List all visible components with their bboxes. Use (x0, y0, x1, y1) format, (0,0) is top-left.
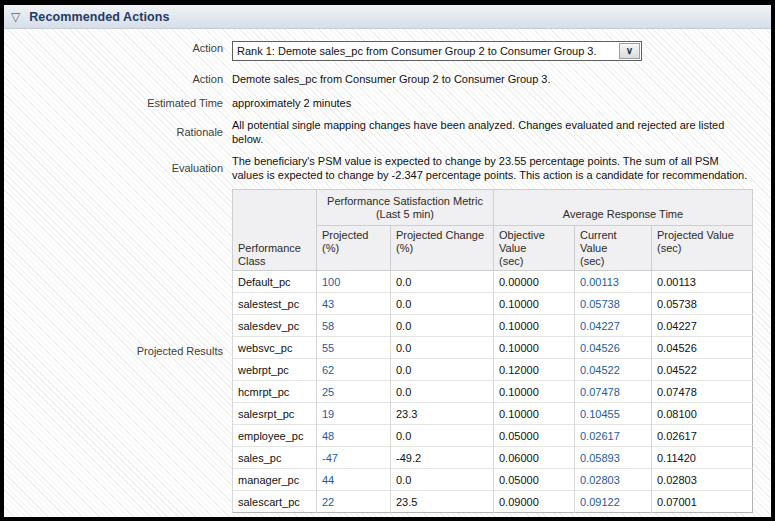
cell-projected-change: 23.3 (391, 403, 494, 425)
cell-current-value: 0.07478 (575, 381, 652, 403)
col-header-projected: Projected(%) (317, 226, 391, 271)
cell-projected-value: 0.02617 (652, 425, 753, 447)
table-row: sales_pc -47 -49.2 0.06000 0.05893 0.114… (233, 447, 753, 469)
table-row: salestest_pc 43 0.0 0.10000 0.05738 0.05… (233, 293, 753, 315)
cell-objective-value: 0.10000 (494, 337, 575, 359)
evaluation-label: Evaluation (4, 161, 232, 175)
cell-performance-class: salesrpt_pc (233, 403, 317, 425)
estimated-time-label: Estimated Time (4, 96, 232, 110)
cell-current-value: 0.00113 (575, 271, 652, 293)
section-title: Recommended Actions (29, 10, 169, 24)
cell-objective-value: 0.10000 (494, 403, 575, 425)
col-header-performance-class: PerformanceClass (233, 190, 317, 271)
projected-results-label: Projected Results (4, 344, 232, 358)
cell-current-value: 0.02803 (575, 469, 652, 491)
cell-projected-pct: 58 (317, 315, 391, 337)
cell-performance-class: manager_pc (233, 469, 317, 491)
cell-projected-pct: -47 (317, 447, 391, 469)
col-header-current-value: Current Value(sec) (575, 226, 652, 271)
cell-current-value: 0.04522 (575, 359, 652, 381)
cell-objective-value: 0.06000 (494, 447, 575, 469)
cell-projected-value: 0.07478 (652, 381, 753, 403)
group-header-psm: Performance Satisfaction Metric(Last 5 m… (317, 190, 494, 226)
cell-current-value: 0.10455 (575, 403, 652, 425)
cell-projected-value: 0.04522 (652, 359, 753, 381)
group-header-avg-response-time: Average Response Time (494, 190, 753, 226)
recommended-actions-panel: ▽ Recommended Actions Action Rank 1: Dem… (0, 0, 775, 521)
cell-objective-value: 0.12000 (494, 359, 575, 381)
cell-projected-value: 0.04526 (652, 337, 753, 359)
col-header-projected-change: Projected Change(%) (391, 226, 494, 271)
col-header-projected-value: Projected Value(sec) (652, 226, 753, 271)
cell-performance-class: hcmrpt_pc (233, 381, 317, 403)
cell-projected-pct: 62 (317, 359, 391, 381)
cell-current-value: 0.04227 (575, 315, 652, 337)
cell-projected-value: 0.07001 (652, 491, 753, 513)
rationale-value: All potential single mapping changes hav… (232, 118, 748, 146)
cell-objective-value: 0.10000 (494, 315, 575, 337)
action-select-value: Rank 1: Demote sales_pc from Consumer Gr… (233, 44, 641, 58)
action-text-label: Action (4, 72, 232, 86)
table-row: salesdev_pc 58 0.0 0.10000 0.04227 0.042… (233, 315, 753, 337)
cell-current-value: 0.02617 (575, 425, 652, 447)
action-select-row: Action Rank 1: Demote sales_pc from Cons… (4, 41, 771, 61)
section-header: ▽ Recommended Actions (4, 5, 771, 29)
cell-performance-class: webrpt_pc (233, 359, 317, 381)
cell-projected-change: 0.0 (391, 337, 494, 359)
cell-objective-value: 0.10000 (494, 293, 575, 315)
rationale-row: Rationale All potential single mapping c… (4, 118, 771, 146)
cell-objective-value: 0.00000 (494, 271, 575, 293)
evaluation-value: The beneficiary's PSM value is expected … (232, 154, 748, 182)
cell-current-value: 0.04526 (575, 337, 652, 359)
cell-projected-change: 23.5 (391, 491, 494, 513)
cell-projected-pct: 48 (317, 425, 391, 447)
action-text-row: Action Demote sales_pc from Consumer Gro… (4, 72, 771, 86)
table-row: salesrpt_pc 19 23.3 0.10000 0.10455 0.08… (233, 403, 753, 425)
cell-projected-value: 0.00113 (652, 271, 753, 293)
cell-projected-pct: 55 (317, 337, 391, 359)
cell-projected-change: 0.0 (391, 469, 494, 491)
cell-projected-value: 0.11420 (652, 447, 753, 469)
cell-projected-pct: 100 (317, 271, 391, 293)
cell-performance-class: websvc_pc (233, 337, 317, 359)
cell-projected-change: 0.0 (391, 359, 494, 381)
cell-objective-value: 0.05000 (494, 469, 575, 491)
cell-projected-pct: 22 (317, 491, 391, 513)
cell-projected-change: 0.0 (391, 381, 494, 403)
action-select-label: Action (4, 41, 232, 55)
cell-projected-change: 0.0 (391, 271, 494, 293)
table-row: websvc_pc 55 0.0 0.10000 0.04526 0.04526 (233, 337, 753, 359)
cell-performance-class: salescart_pc (233, 491, 317, 513)
chevron-down-icon[interactable]: ∨ (619, 43, 640, 59)
cell-projected-pct: 43 (317, 293, 391, 315)
table-group-header-row: PerformanceClass Performance Satisfactio… (233, 190, 753, 226)
collapse-triangle-icon[interactable]: ▽ (11, 11, 20, 23)
cell-projected-value: 0.05738 (652, 293, 753, 315)
cell-current-value: 0.09122 (575, 491, 652, 513)
cell-projected-value: 0.02803 (652, 469, 753, 491)
cell-performance-class: salestest_pc (233, 293, 317, 315)
cell-performance-class: Default_pc (233, 271, 317, 293)
cell-performance-class: employee_pc (233, 425, 317, 447)
cell-projected-value: 0.04227 (652, 315, 753, 337)
cell-performance-class: sales_pc (233, 447, 317, 469)
cell-projected-value: 0.08100 (652, 403, 753, 425)
col-header-objective-value: Objective Value(sec) (494, 226, 575, 271)
estimated-time-value: approximately 2 minutes (232, 96, 351, 110)
action-select[interactable]: Rank 1: Demote sales_pc from Consumer Gr… (232, 41, 642, 61)
cell-projected-pct: 25 (317, 381, 391, 403)
rationale-label: Rationale (4, 125, 232, 139)
projected-results-table: PerformanceClass Performance Satisfactio… (232, 189, 753, 513)
cell-projected-change: 0.0 (391, 425, 494, 447)
estimated-time-row: Estimated Time approximately 2 minutes (4, 96, 771, 110)
cell-projected-change: 0.0 (391, 293, 494, 315)
cell-projected-change: 0.0 (391, 315, 494, 337)
cell-objective-value: 0.10000 (494, 381, 575, 403)
cell-performance-class: salesdev_pc (233, 315, 317, 337)
action-text-value: Demote sales_pc from Consumer Group 2 to… (232, 72, 551, 86)
projected-results-row: Projected Results PerformanceClass Perfo… (4, 189, 771, 513)
cell-projected-pct: 19 (317, 403, 391, 425)
cell-current-value: 0.05893 (575, 447, 652, 469)
table-row: webrpt_pc 62 0.0 0.12000 0.04522 0.04522 (233, 359, 753, 381)
table-row: hcmrpt_pc 25 0.0 0.10000 0.07478 0.07478 (233, 381, 753, 403)
